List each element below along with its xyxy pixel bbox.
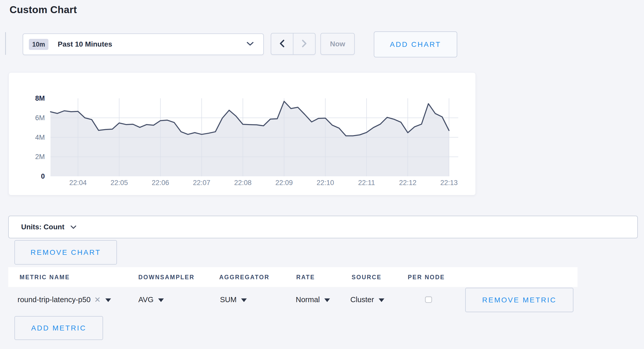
now-button[interactable]: Now [320, 33, 355, 55]
source-value: Cluster [350, 295, 374, 304]
source-select[interactable]: Cluster [350, 295, 384, 304]
x-axis-tick-label: 22:11 [349, 179, 385, 186]
y-axis-tick-label: 8M [24, 95, 45, 102]
time-range-label: Past 10 Minutes [58, 40, 112, 48]
remove-chart-button[interactable]: REMOVE CHART [14, 240, 117, 265]
caret-down-icon [324, 298, 330, 302]
now-button-label: Now [330, 40, 345, 48]
add-metric-label: ADD METRIC [31, 324, 86, 332]
metric-name-value: round-trip-latency-p50 [18, 295, 91, 304]
units-dropdown[interactable]: Units: Count [8, 216, 638, 238]
rate-select[interactable]: Normal [296, 295, 330, 304]
close-icon[interactable]: ✕ [94, 296, 101, 303]
downsampler-value: AVG [138, 295, 154, 304]
caret-down-icon [379, 298, 384, 302]
column-header-aggregator: AGGREGATOR [219, 274, 269, 281]
y-axis-tick-label: 4M [24, 134, 45, 141]
caret-down-icon [158, 298, 164, 302]
aggregator-select[interactable]: SUM [220, 295, 247, 304]
per-node-checkbox[interactable] [425, 296, 432, 303]
x-axis-tick-label: 22:05 [101, 179, 137, 186]
metric-name-select[interactable]: round-trip-latency-p50 ✕ [18, 295, 111, 304]
series-area [50, 101, 449, 176]
x-axis-tick-label: 22:09 [266, 179, 302, 186]
column-header-downsampler: DOWNSAMPLER [138, 274, 194, 281]
units-label: Units: Count [21, 223, 64, 231]
column-header-rate: RATE [296, 274, 315, 281]
custom-chart-card: 02M4M6M8M22:0422:0522:0622:0722:0822:092… [9, 72, 476, 195]
time-step-buttons [271, 33, 316, 55]
x-axis-tick-label: 22:13 [431, 179, 467, 186]
y-axis-tick-label: 6M [24, 115, 45, 121]
toolbar-divider [5, 32, 6, 55]
metric-area-chart [9, 73, 476, 196]
metric-table-header: METRIC NAME DOWNSAMPLER AGGREGATOR RATE … [8, 267, 578, 287]
chevron-down-icon [71, 225, 76, 230]
add-chart-button[interactable]: ADD CHART [374, 31, 457, 57]
caret-down-icon [105, 298, 111, 302]
chevron-right-icon [301, 40, 307, 48]
page-title: Custom Chart [10, 4, 77, 15]
y-axis-tick-label: 2M [24, 153, 45, 160]
add-metric-button[interactable]: ADD METRIC [14, 316, 103, 340]
x-axis-tick-label: 22:06 [142, 179, 179, 186]
column-header-source: SOURCE [352, 274, 382, 281]
previous-time-button[interactable] [271, 33, 293, 54]
time-range-dropdown[interactable]: 10m Past 10 Minutes [23, 33, 264, 55]
add-chart-label: ADD CHART [390, 40, 441, 49]
column-header-metric-name: METRIC NAME [20, 274, 70, 281]
remove-metric-label: REMOVE METRIC [482, 296, 556, 304]
time-window-badge: 10m [29, 39, 48, 50]
x-axis-tick-label: 22:10 [307, 179, 343, 186]
downsampler-select[interactable]: AVG [138, 295, 164, 304]
x-axis-tick-label: 22:08 [225, 179, 261, 186]
next-time-button[interactable] [293, 33, 315, 54]
x-axis-tick-label: 22:12 [390, 179, 426, 186]
remove-chart-label: REMOVE CHART [30, 248, 101, 257]
remove-metric-button[interactable]: REMOVE METRIC [465, 288, 573, 312]
rate-value: Normal [296, 295, 320, 304]
column-header-per-node: PER NODE [408, 274, 445, 281]
y-axis-tick-label: 0 [24, 173, 45, 180]
x-axis-tick-label: 22:04 [60, 179, 96, 186]
caret-down-icon [241, 298, 247, 302]
chevron-down-icon [247, 42, 253, 47]
aggregator-value: SUM [220, 295, 236, 304]
x-axis-tick-label: 22:07 [184, 179, 220, 186]
chevron-left-icon [279, 40, 285, 48]
